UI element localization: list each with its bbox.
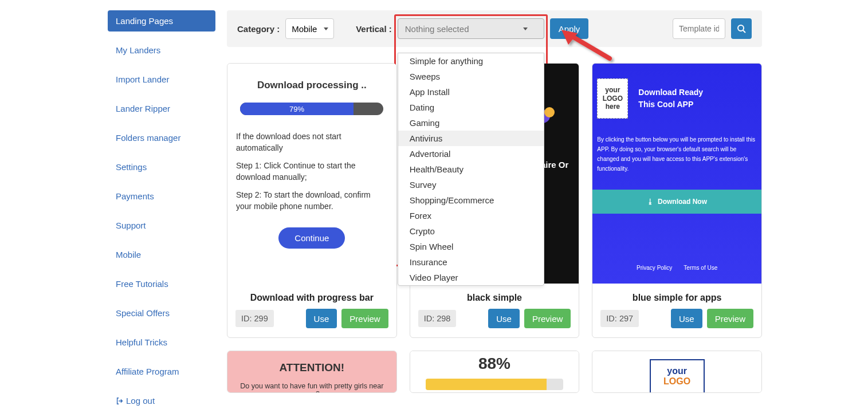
progress-percent: 88% bbox=[410, 355, 579, 373]
sidebar-item-logout[interactable]: Log out bbox=[108, 390, 215, 411]
template-card: ATTENTION! Do you want to have fun with … bbox=[227, 351, 397, 393]
vertical-select[interactable]: Nothing selected bbox=[398, 18, 544, 39]
preview-download-button: ⭳ Download Now bbox=[592, 190, 761, 214]
vertical-option-crypto[interactable]: Crypto bbox=[398, 223, 544, 239]
template-footer: ID: 299 Use Preview bbox=[227, 309, 396, 337]
template-preview: your LOGO here Download ReadyThis Cool A… bbox=[592, 64, 761, 284]
progress-bar: 79% bbox=[240, 103, 383, 115]
filter-bar: Category : Mobile Vertical : Nothing sel… bbox=[227, 10, 762, 47]
sidebar-item-affiliate-program[interactable]: Affiliate Program bbox=[108, 361, 215, 382]
use-button[interactable]: Use bbox=[488, 309, 520, 328]
preview-text: Step 2: To start the download, confirm y… bbox=[228, 190, 396, 219]
vertical-option-health-beauty[interactable]: Health/Beauty bbox=[398, 162, 544, 177]
sidebar-item-landing-pages[interactable]: Landing Pages bbox=[108, 10, 215, 32]
search-icon bbox=[737, 24, 746, 33]
template-card: 88% bbox=[410, 351, 580, 393]
download-icon: ⭳ bbox=[647, 198, 654, 206]
vertical-option-forex[interactable]: Forex bbox=[398, 208, 544, 223]
preview-heading: Download processing .. bbox=[228, 80, 396, 91]
preview-text: If the download does not start automatic… bbox=[228, 131, 396, 160]
sidebar-item-helpful-tricks[interactable]: Helpful Tricks bbox=[108, 332, 215, 353]
sidebar-item-import-lander[interactable]: Import Lander bbox=[108, 69, 215, 90]
sidebar-item-free-tutorials[interactable]: Free Tutorials bbox=[108, 273, 215, 294]
vertical-option-survey[interactable]: Survey bbox=[398, 177, 544, 192]
template-preview: ATTENTION! Do you want to have fun with … bbox=[227, 351, 396, 392]
vertical-option-simple[interactable]: Simple for anything bbox=[398, 53, 544, 69]
vertical-dropdown: Simple for anything Sweeps App Install D… bbox=[398, 53, 544, 286]
template-card: your LOGO bbox=[592, 351, 762, 393]
use-button[interactable]: Use bbox=[671, 309, 702, 328]
progress-fill bbox=[426, 379, 547, 390]
logout-icon bbox=[116, 397, 124, 405]
vertical-option-advertorial[interactable]: Advertorial bbox=[398, 146, 544, 162]
preview-button[interactable]: Preview bbox=[707, 309, 753, 328]
progress-bar bbox=[426, 379, 563, 390]
svg-point-0 bbox=[738, 25, 744, 31]
sidebar-item-support[interactable]: Support bbox=[108, 215, 215, 236]
category-select[interactable]: Mobile bbox=[285, 18, 334, 39]
vertical-option-insurance[interactable]: Insurance bbox=[398, 254, 544, 270]
sidebar-item-settings[interactable]: Settings bbox=[108, 156, 215, 178]
template-card: your LOGO here Download ReadyThis Cool A… bbox=[592, 63, 762, 338]
preview-disclaimer: By clicking the button below you will be… bbox=[597, 135, 757, 174]
template-footer: ID: 298 Use Preview bbox=[410, 309, 579, 337]
apply-button[interactable]: Apply bbox=[550, 18, 589, 39]
sidebar-item-payments[interactable]: Payments bbox=[108, 186, 215, 207]
progress-fill: 79% bbox=[240, 103, 354, 115]
chevron-down-icon bbox=[523, 27, 528, 30]
vertical-option-gaming[interactable]: Gaming bbox=[398, 115, 544, 131]
sidebar-item-mobile[interactable]: Mobile bbox=[108, 244, 215, 265]
preview-button[interactable]: Preview bbox=[341, 309, 388, 328]
template-footer: ID: 297 Use Preview bbox=[592, 309, 761, 337]
sidebar: Landing Pages My Landers Import Lander L… bbox=[108, 10, 215, 411]
sidebar-item-lander-ripper[interactable]: Lander Ripper bbox=[108, 98, 215, 119]
vertical-option-video-player[interactable]: Video Player bbox=[398, 270, 544, 285]
template-card: Download processing .. 79% If the downlo… bbox=[227, 63, 397, 338]
template-title: blue simple for apps bbox=[592, 284, 761, 309]
vertical-option-sweeps[interactable]: Sweeps bbox=[398, 69, 544, 84]
sidebar-item-folders-manager[interactable]: Folders manager bbox=[108, 127, 215, 148]
category-label: Category : bbox=[237, 24, 280, 34]
vertical-label: Vertical : bbox=[356, 24, 392, 34]
preview-text: Step 1: Click Continue to start the down… bbox=[228, 160, 396, 190]
preview-heading: Download ReadyThis Cool APP bbox=[638, 86, 703, 111]
template-id-input[interactable] bbox=[673, 18, 725, 39]
use-button[interactable]: Use bbox=[306, 309, 337, 328]
template-title: Download with progress bar bbox=[227, 284, 396, 309]
search-button[interactable] bbox=[731, 18, 752, 39]
template-preview: 88% bbox=[410, 351, 579, 392]
vertical-option-shopping-ecommerce[interactable]: Shopping/Ecommerce bbox=[398, 192, 544, 208]
preview-heading: ATTENTION! bbox=[233, 361, 391, 374]
template-id-badge: ID: 299 bbox=[235, 310, 274, 327]
vertical-select-value: Nothing selected bbox=[405, 24, 469, 34]
template-title: black simple bbox=[410, 284, 579, 309]
sidebar-item-label: Log out bbox=[126, 396, 155, 406]
logo-placeholder: your LOGO here bbox=[597, 78, 628, 119]
logo-placeholder: your LOGO bbox=[650, 359, 705, 392]
vertical-option-app-install[interactable]: App Install bbox=[398, 84, 544, 100]
main-content: Category : Mobile Vertical : Nothing sel… bbox=[227, 10, 762, 411]
template-id-badge: ID: 298 bbox=[418, 310, 457, 327]
sidebar-item-special-offers[interactable]: Special Offers bbox=[108, 302, 215, 324]
vertical-option-dating[interactable]: Dating bbox=[398, 100, 544, 115]
template-id-badge: ID: 297 bbox=[600, 310, 639, 327]
preview-continue-button: Continue bbox=[278, 227, 345, 249]
vertical-option-antivirus[interactable]: Antivirus bbox=[398, 131, 544, 146]
vertical-option-spin-wheel[interactable]: Spin Wheel bbox=[398, 239, 544, 254]
sidebar-item-my-landers[interactable]: My Landers bbox=[108, 40, 215, 61]
preview-footer-links: Privacy PolicyTerms of Use bbox=[592, 265, 761, 271]
template-preview: your LOGO bbox=[592, 351, 761, 392]
preview-text: Do you want to have fun with pretty girl… bbox=[233, 382, 391, 392]
template-preview: Download processing .. 79% If the downlo… bbox=[227, 64, 396, 284]
preview-button[interactable]: Preview bbox=[524, 309, 571, 328]
